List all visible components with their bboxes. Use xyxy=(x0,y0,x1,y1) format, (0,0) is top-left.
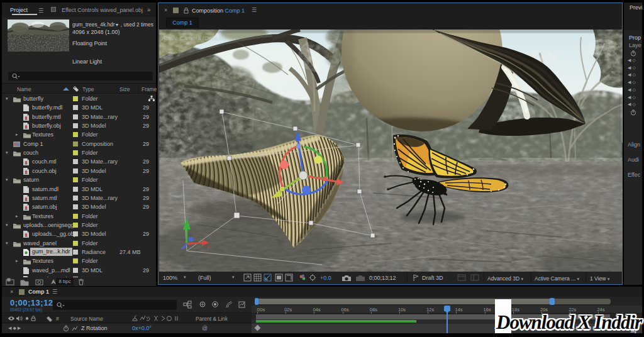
svg-text:Active Camera (Default): Active Camera (Default) xyxy=(162,35,225,41)
svg-text:x: x xyxy=(207,245,209,250)
svg-text:y: y xyxy=(182,220,184,226)
